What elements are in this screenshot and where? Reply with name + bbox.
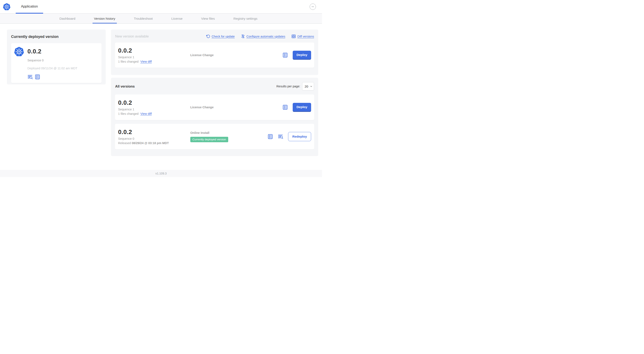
configure-automatic-updates-link[interactable]: Configure automatic updates bbox=[241, 34, 285, 38]
results-per-page-select[interactable]: 20 bbox=[302, 82, 314, 91]
tab-registry-settings[interactable]: Registry settings bbox=[232, 14, 259, 24]
deploy-button[interactable]: Deploy bbox=[293, 51, 311, 60]
version-released-date: Released 08/29/24 @ 03:18 pm MDT bbox=[118, 141, 190, 145]
currently-deployed-title: Currently deployed version bbox=[11, 35, 102, 39]
current-version-sequence: Sequence 0 bbox=[28, 59, 99, 63]
version-row-sequence-1: 0.0.2 Sequence 1 1 files changed View di… bbox=[115, 95, 314, 120]
kubernetes-logo-icon bbox=[3, 3, 11, 11]
checklist-icon bbox=[268, 134, 273, 139]
preflight-checks-button[interactable] bbox=[268, 134, 273, 139]
kubernetes-app-icon bbox=[14, 46, 24, 57]
tab-license[interactable]: License bbox=[170, 14, 184, 24]
checklist-icon bbox=[282, 105, 288, 110]
preflight-checks-button[interactable] bbox=[35, 74, 40, 80]
diff-icon bbox=[292, 34, 296, 39]
app-tab-application[interactable]: Application bbox=[16, 0, 43, 14]
checklist-icon bbox=[35, 74, 40, 80]
version-sequence: Sequence 0 bbox=[118, 137, 190, 140]
more-menu-button[interactable] bbox=[310, 4, 316, 10]
currently-deployed-badge: Currently deployed version bbox=[190, 137, 228, 142]
ellipsis-icon bbox=[311, 5, 315, 9]
new-version-panel: New version available Check for update bbox=[111, 30, 318, 75]
new-version-title: New version available bbox=[115, 34, 149, 38]
tab-dashboard[interactable]: Dashboard bbox=[58, 14, 77, 24]
diff-versions-link[interactable]: Diff versions bbox=[292, 34, 314, 39]
view-diff-link[interactable]: View diff bbox=[140, 112, 152, 115]
app-nav: Dashboard Version history Troubleshoot L… bbox=[0, 14, 322, 24]
version-sequence: Sequence 1 bbox=[118, 108, 190, 111]
view-logs-button[interactable] bbox=[28, 74, 33, 80]
currently-deployed-card: 0.0.2 Sequence 0 Deployed 09/11/24 @ 11:… bbox=[11, 43, 102, 83]
console-version-label: v1.109.3 bbox=[155, 172, 167, 175]
check-for-update-link[interactable]: Check for update bbox=[206, 34, 235, 38]
currently-deployed-panel: Currently deployed version 0.0.2 Sequenc… bbox=[7, 30, 106, 84]
preflight-checks-button[interactable] bbox=[282, 105, 288, 110]
app-header: Application bbox=[0, 0, 322, 14]
version-number: 0.0.2 bbox=[118, 129, 190, 136]
main-content: Currently deployed version 0.0.2 Sequenc… bbox=[0, 24, 322, 170]
logs-icon bbox=[28, 74, 33, 80]
all-versions-panel: All versions Results per page: 20 bbox=[111, 78, 318, 156]
checklist-icon bbox=[282, 52, 288, 58]
view-logs-button[interactable] bbox=[278, 134, 283, 139]
auto-update-clock-icon bbox=[241, 34, 245, 38]
version-sequence: Sequence 1 bbox=[118, 56, 190, 59]
version-number: 0.0.2 bbox=[118, 99, 190, 106]
current-version-number: 0.0.2 bbox=[28, 48, 99, 56]
tab-troubleshoot[interactable]: Troubleshoot bbox=[132, 14, 154, 24]
app-footer: v1.109.3 bbox=[0, 170, 322, 177]
preflight-checks-button[interactable] bbox=[282, 52, 288, 58]
new-version-card: 0.0.2 Sequence 1 1 files changed View di… bbox=[115, 43, 314, 68]
version-source-label: License Change bbox=[190, 106, 282, 109]
all-versions-title: All versions bbox=[115, 84, 135, 88]
results-per-page-label: Results per page: bbox=[276, 85, 300, 88]
current-version-deployed-date: Deployed 09/11/24 @ 11:02 am MDT bbox=[28, 67, 99, 71]
files-changed-label: 1 files changed bbox=[118, 112, 138, 115]
logs-icon bbox=[278, 134, 283, 139]
tab-view-files[interactable]: View files bbox=[200, 14, 216, 24]
version-number: 0.0.2 bbox=[118, 47, 190, 54]
files-changed-label: 1 files changed bbox=[118, 60, 138, 63]
view-diff-link[interactable]: View diff bbox=[140, 60, 152, 63]
refresh-icon bbox=[206, 34, 210, 38]
version-row-sequence-0: 0.0.2 Sequence 0 Released 08/29/24 @ 03:… bbox=[115, 124, 314, 149]
deploy-button[interactable]: Deploy bbox=[293, 103, 311, 112]
tab-version-history[interactable]: Version history bbox=[92, 14, 117, 24]
version-source-label: License Change bbox=[190, 54, 282, 57]
redeploy-button[interactable]: Redeploy bbox=[288, 132, 311, 141]
version-source-label: Online Install bbox=[190, 131, 268, 135]
